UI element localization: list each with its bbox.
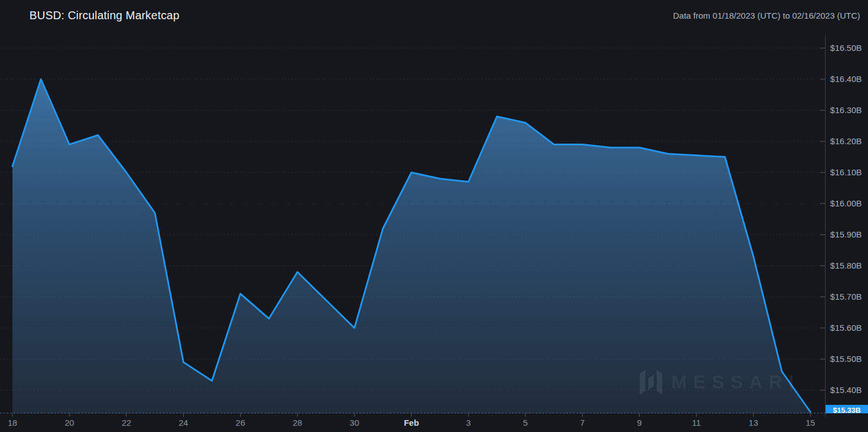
watermark-brand-text: MESSARI: [671, 371, 800, 393]
messari-logo-icon: [640, 369, 663, 395]
x-tick-label: 11: [684, 418, 709, 428]
x-tick-label: Feb: [399, 418, 424, 428]
x-tick-label: 9: [627, 418, 652, 428]
y-tick-label: $15.70B: [817, 292, 862, 302]
y-tick-label: $16.40B: [817, 74, 862, 84]
y-tick-label: $15.80B: [817, 261, 862, 271]
x-tick-label: 30: [342, 418, 367, 428]
y-tick-label: $16.00B: [817, 198, 862, 209]
chart-app: BUSD: Circulating Marketcap Data from 01…: [0, 0, 868, 432]
y-tick-label: $15.50B: [817, 354, 862, 364]
chart-surface[interactable]: $16.50B$16.40B$16.30B$16.20B$16.10B$16.0…: [0, 0, 868, 432]
messari-watermark: MESSARI: [640, 368, 815, 397]
x-tick-label: 28: [285, 418, 310, 428]
y-tick-label: $15.90B: [817, 230, 862, 240]
x-tick-label: 24: [171, 418, 196, 428]
x-tick-label: 7: [570, 418, 595, 428]
y-tick-label: $16.10B: [817, 167, 862, 178]
y-tick-label: $16.30B: [817, 105, 862, 115]
y-tick-label: $15.40B: [817, 385, 862, 395]
x-tick-label: 13: [741, 418, 766, 428]
x-tick-label: 26: [228, 418, 253, 428]
y-tick-label: $16.20B: [817, 136, 862, 146]
x-tick-label: 18: [0, 418, 25, 428]
x-tick-label: 15: [798, 418, 823, 428]
last-value-badge: $15.33B: [826, 405, 868, 413]
x-tick-label: 5: [513, 418, 538, 428]
y-tick-label: $15.60B: [817, 323, 862, 333]
area-fill: [12, 79, 810, 413]
x-tick-label: 3: [456, 418, 481, 428]
x-tick-label: 22: [114, 418, 139, 428]
x-tick-label: 20: [57, 418, 82, 428]
y-tick-label: $16.50B: [817, 43, 862, 53]
